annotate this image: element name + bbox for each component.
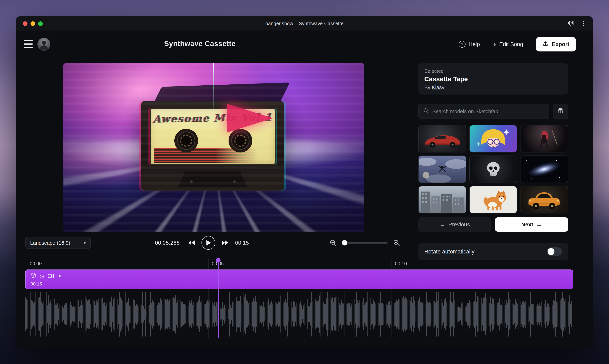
model-thumbnail[interactable] [520,125,568,153]
search-box[interactable] [418,104,549,119]
help-button[interactable]: ? Help [459,41,480,48]
titlebar: banger.show – Synthwave Cassette ⋮ [16,16,593,30]
zoom-window-button[interactable] [38,21,43,26]
rotate-toggle[interactable] [547,247,562,256]
arrow-right-icon: → [536,221,542,228]
selected-model-card: Selected Cassette Tape By Klasy [418,63,568,94]
music-note-icon: ♪ [493,41,496,47]
export-button[interactable]: Export [536,37,576,52]
cube-icon [30,273,36,280]
zoom-slider[interactable] [342,240,388,246]
gift-icon [557,107,564,115]
disc-icon: ◎ [40,274,44,279]
tape-window [178,171,247,187]
share-icon [543,40,548,48]
clip-icons: ◎ ✦ [30,273,62,280]
sparkles-icon: ✦ [58,274,62,279]
chevron-down-icon: ▾ [83,240,86,246]
audio-waveform[interactable] [25,291,573,337]
model-thumbnail[interactable] [469,156,517,183]
rotate-label: Rotate automatically [424,248,474,255]
window-title: banger.show – Synthwave Cassette [16,21,593,26]
scene-clip[interactable]: ◎ ✦ 00:15 [25,270,573,289]
video-preview-viewport[interactable]: Awesome Mix Vol.1 [63,63,364,232]
current-time: 00:05.266 [155,240,182,246]
close-window-button[interactable] [23,21,28,26]
help-icon: ? [459,41,466,48]
left-reel [174,129,198,153]
surprise-model-button[interactable] [553,104,568,119]
fast-forward-button[interactable] [222,240,229,246]
zoom-out-icon[interactable] [330,239,337,246]
timeline-playhead[interactable] [216,258,221,338]
model-thumbnail[interactable] [469,186,517,213]
model-thumbnail[interactable] [418,186,466,213]
user-avatar[interactable] [37,38,50,51]
model-thumbnail[interactable] [469,125,517,153]
model-thumbnail[interactable] [520,156,568,183]
search-input[interactable] [432,108,544,114]
model-thumbnail[interactable] [520,186,568,213]
model-author: By Klasy [424,85,562,90]
previous-page-button[interactable]: ← Previous [418,217,491,232]
model-results-grid [418,125,568,213]
app-window: banger.show – Synthwave Cassette ⋮ Synth… [16,16,593,348]
app-header: Synthwave Cassette ? Help ♪ Edit Song [16,30,593,58]
zoom-slider-knob[interactable] [342,240,347,246]
ruler-label: 00:00 [30,261,42,266]
video-camera-icon [48,273,54,280]
next-page-button[interactable]: Next → [495,217,568,232]
glitch-line [213,63,214,114]
rotate-setting-card: Rotate automatically [418,243,568,260]
edit-song-button[interactable]: ♪ Edit Song [493,41,523,47]
minimize-window-button[interactable] [30,21,35,26]
selected-model-name: Cassette Tape [424,76,562,83]
author-link[interactable]: Klasy [432,85,444,90]
zoom-controls [330,237,400,249]
menu-icon[interactable] [24,40,33,48]
play-button[interactable] [201,236,215,250]
browser-menu-icon[interactable]: ⋮ [580,20,587,27]
pagination-controls: ← Previous Next → [418,217,568,232]
selected-label: Selected [424,68,562,74]
clip-duration-label: 00:15 [30,281,42,287]
aspect-ratio-dropdown[interactable]: Landscape (16:9) ▾ [25,237,91,249]
model-search-row [418,104,568,119]
rewind-button[interactable] [188,240,195,246]
desktop: banger.show – Synthwave Cassette ⋮ Synth… [0,0,609,364]
project-title: Synthwave Cassette [164,40,236,48]
timeline[interactable]: 00:00 00:05 00:10 ◎ ✦ [25,258,573,338]
traffic-lights [23,21,43,26]
arrow-left-icon: ← [440,221,445,228]
model-thumbnail[interactable] [418,156,466,183]
red-arrow-graphic [227,104,273,133]
ruler-label: 00:10 [395,261,407,266]
extensions-icon[interactable] [568,20,574,27]
model-thumbnail[interactable] [418,125,466,153]
total-duration: 00:15 [235,240,249,246]
transport-controls: 00:05.266 00:15 [155,236,249,250]
search-icon [423,108,429,115]
zoom-in-icon[interactable] [393,239,400,246]
label-stripes [154,148,272,163]
playhead-line [218,260,219,338]
